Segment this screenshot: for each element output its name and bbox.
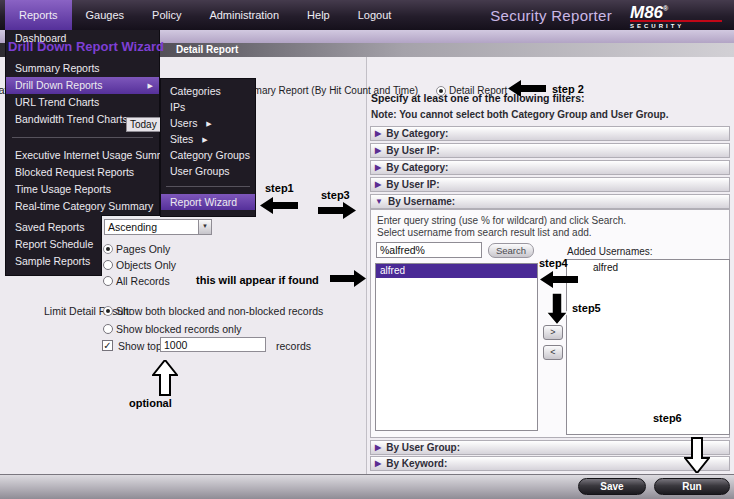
tab-detail-report: Detail Report: [176, 44, 238, 55]
expand-triangle-icon: ▶: [375, 164, 381, 172]
show-both-records-label: Show both blocked and non-blocked record…: [116, 305, 323, 317]
username-results-list[interactable]: alfred: [375, 263, 538, 431]
step2-label: step 2: [552, 83, 584, 95]
drill-down-submenu: Categories IPs Users ▶ Sites ▶ Category …: [160, 78, 256, 217]
records-label: records: [276, 340, 311, 352]
menu-item-report-schedule[interactable]: Report Schedule: [6, 236, 101, 253]
submenu-arrow-icon: ▶: [202, 136, 207, 143]
m86-security-logo: M86® SECURITY: [630, 1, 722, 30]
nav-item-gauges[interactable]: Gauges: [72, 0, 139, 30]
filters-note: Note: You cannot select both Category Gr…: [371, 109, 668, 120]
nav-item-help[interactable]: Help: [293, 0, 344, 30]
filter-bar-by-category-1[interactable]: ▶ By Category:: [370, 126, 730, 141]
all-records-label: All Records: [116, 275, 170, 287]
filter-bar-by-user-group[interactable]: ▶ By User Group:: [370, 440, 730, 455]
objects-only-radio[interactable]: [103, 260, 113, 270]
step2-arrow-icon: [508, 80, 546, 97]
step1-label: step1: [265, 182, 294, 194]
show-top-input[interactable]: [160, 337, 266, 352]
reports-dropdown-menu-bottom: Saved Reports Report Schedule Sample Rep…: [5, 215, 102, 276]
remove-username-button[interactable]: <: [543, 345, 563, 360]
submenu-arrow-icon: ▶: [206, 120, 211, 127]
save-button[interactable]: Save: [578, 478, 646, 495]
sort-order-select[interactable]: Ascending ▼: [104, 219, 212, 235]
menu-item-saved-reports[interactable]: Saved Reports: [6, 219, 101, 236]
menu-item-time-usage-reports[interactable]: Time Usage Reports: [6, 181, 159, 198]
show-top-label: Show top: [118, 340, 162, 352]
submenu-item-categories[interactable]: Categories: [161, 83, 255, 99]
step6-label: step6: [653, 412, 682, 424]
menu-item-summary-reports[interactable]: Summary Reports: [6, 60, 159, 77]
collapse-triangle-icon: ▼: [375, 198, 383, 206]
optional-label: optional: [129, 397, 172, 409]
nav-item-policy[interactable]: Policy: [138, 0, 195, 30]
submenu-item-category-groups[interactable]: Category Groups: [161, 147, 255, 163]
filter-bar-by-category-2[interactable]: ▶ By Category:: [370, 160, 730, 175]
found-annotation-label: this will appear if found: [196, 274, 319, 286]
menu-item-blocked-request-reports[interactable]: Blocked Request Reports: [6, 164, 159, 181]
filter-bar-by-user-ip-1[interactable]: ▶ By User IP:: [370, 143, 730, 158]
expand-triangle-icon: ▶: [375, 147, 381, 155]
run-button[interactable]: Run: [654, 478, 730, 495]
username-query-input[interactable]: [376, 242, 482, 258]
menu-item-drill-down-reports[interactable]: Drill Down Reports ▶: [6, 77, 159, 94]
show-blocked-only-label: Show blocked records only: [116, 323, 241, 335]
menu-item-url-trend-charts[interactable]: URL Trend Charts: [6, 94, 159, 111]
step5-arrow-icon: [546, 292, 568, 325]
pages-only-label: Pages Only: [116, 243, 170, 255]
add-username-button[interactable]: >: [543, 325, 563, 340]
username-instruction-2: Select username from search result list …: [377, 227, 592, 238]
sort-order-value: Ascending: [105, 220, 198, 234]
added-username-row[interactable]: alfred: [567, 260, 729, 273]
expand-triangle-icon: ▶: [375, 460, 381, 468]
submenu-item-user-groups[interactable]: User Groups: [161, 163, 255, 179]
submenu-item-users[interactable]: Users ▶: [161, 115, 255, 131]
menu-divider: [12, 137, 153, 138]
all-records-radio[interactable]: [103, 276, 113, 286]
nav-item-reports[interactable]: Reports: [5, 0, 72, 30]
nav-item-logout[interactable]: Logout: [344, 0, 406, 30]
menu-item-sample-reports[interactable]: Sample Reports: [6, 253, 101, 270]
nav-item-administration[interactable]: Administration: [195, 0, 293, 30]
submenu-item-ips[interactable]: IPs: [161, 99, 255, 115]
step4-label: step4: [539, 257, 568, 269]
page-title: Drill Down Report Wizard: [8, 39, 164, 54]
added-usernames-label: Added Usernames:: [567, 246, 653, 257]
username-instruction-1: Enter query string (use % for wildcard) …: [377, 215, 626, 226]
expand-triangle-icon: ▶: [375, 444, 381, 452]
menu-item-real-time-category-summary[interactable]: Real-time Category Summary: [6, 198, 159, 215]
optional-arrow-icon: [152, 360, 178, 396]
step5-label: step5: [572, 302, 601, 314]
submenu-item-sites[interactable]: Sites ▶: [161, 131, 255, 147]
app-title: Security Reporter: [490, 7, 630, 24]
menu-divider: [166, 186, 250, 187]
submenu-item-report-wizard[interactable]: Report Wizard: [161, 194, 255, 210]
expand-triangle-icon: ▶: [375, 130, 381, 138]
show-top-checkbox[interactable]: [102, 340, 113, 351]
menu-item-executive-internet-usage-summary[interactable]: Executive Internet Usage Summary: [6, 147, 159, 164]
step4-arrow-icon: [540, 271, 578, 288]
show-both-records-radio[interactable]: [103, 306, 113, 316]
result-row-selected[interactable]: alfred: [376, 264, 537, 278]
security-reporter-window: Reports Gauges Policy Administration Hel…: [0, 0, 734, 499]
filter-bar-by-user-ip-2[interactable]: ▶ By User IP:: [370, 177, 730, 192]
objects-only-label: Objects Only: [116, 259, 176, 271]
submenu-arrow-icon: ▶: [148, 77, 153, 94]
filter-bar-by-username[interactable]: ▼ By Username:: [370, 194, 730, 209]
added-usernames-list[interactable]: alfred: [566, 259, 730, 435]
chevron-down-icon[interactable]: ▼: [198, 220, 211, 234]
date-scope-value: Today: [127, 118, 160, 131]
pages-only-radio[interactable]: [103, 244, 113, 254]
step3-arrow-icon: [318, 202, 356, 219]
step1-arrow-icon: [260, 197, 298, 214]
found-arrow-icon: [330, 270, 366, 287]
top-nav-bar: Reports Gauges Policy Administration Hel…: [0, 0, 734, 30]
show-blocked-only-radio[interactable]: [103, 324, 113, 334]
filter-bar-by-keyword[interactable]: ▶ By Keyword:: [370, 456, 730, 471]
step3-label: step3: [321, 189, 350, 201]
run-arrow-icon: [684, 437, 710, 473]
search-button[interactable]: Search: [488, 243, 534, 258]
expand-triangle-icon: ▶: [375, 181, 381, 189]
